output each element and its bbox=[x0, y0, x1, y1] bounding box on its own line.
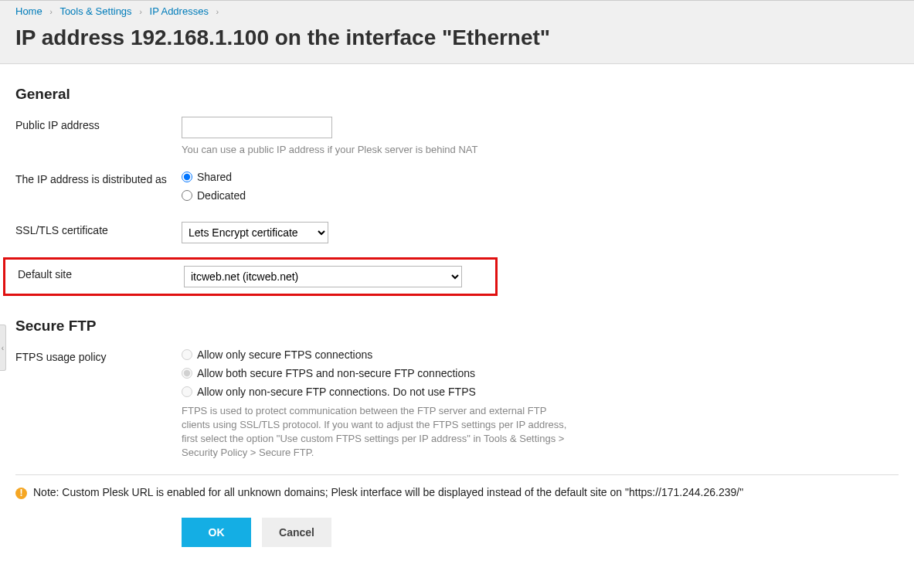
breadcrumb-home[interactable]: Home bbox=[15, 5, 42, 17]
page-title: IP address 192.168.1.100 on the interfac… bbox=[15, 25, 899, 51]
breadcrumb-tools-settings[interactable]: Tools & Settings bbox=[59, 5, 131, 17]
ssl-cert-select[interactable]: Lets Encrypt certificate bbox=[182, 222, 328, 243]
radio-shared-label: Shared bbox=[197, 171, 232, 183]
section-general-title: General bbox=[15, 86, 899, 103]
ftps-hint: FTPS is used to protect communication be… bbox=[182, 404, 568, 461]
chevron-left-icon: ‹ bbox=[2, 344, 4, 352]
highlight-default-site: Default site itcweb.net (itcweb.net) bbox=[3, 257, 498, 296]
radio-ftps-both[interactable]: Allow both secure FTPS and non-secure FT… bbox=[182, 367, 676, 379]
radio-shared[interactable]: Shared bbox=[182, 171, 676, 183]
radio-dedicated[interactable]: Dedicated bbox=[182, 189, 676, 202]
row-distributed-as: The IP address is distributed as Shared … bbox=[15, 171, 899, 208]
public-ip-hint: You can use a public IP address if your … bbox=[182, 143, 676, 157]
chevron-right-icon: › bbox=[212, 7, 224, 16]
chevron-right-icon: › bbox=[134, 7, 147, 16]
radio-ftps-secure-only-label: Allow only secure FTPS connections bbox=[197, 348, 372, 361]
radio-ftps-secure-only-input[interactable] bbox=[182, 349, 192, 360]
page-header: Home › Tools & Settings › IP Addresses ›… bbox=[0, 0, 914, 64]
distributed-label: The IP address is distributed as bbox=[15, 171, 182, 185]
radio-shared-input[interactable] bbox=[182, 172, 192, 182]
warning-icon: ! bbox=[15, 488, 27, 499]
radio-ftps-secure-only[interactable]: Allow only secure FTPS connections bbox=[182, 348, 676, 361]
row-ssl-cert: SSL/TLS certificate Lets Encrypt certifi… bbox=[15, 222, 899, 243]
ftps-policy-label: FTPS usage policy bbox=[15, 348, 182, 363]
content-area: General Public IP address You can use a … bbox=[0, 64, 914, 563]
radio-dedicated-label: Dedicated bbox=[197, 189, 246, 202]
radio-ftps-nonsecure-only-input[interactable] bbox=[182, 386, 192, 397]
row-ftps-policy: FTPS usage policy Allow only secure FTPS… bbox=[15, 348, 899, 461]
cancel-button[interactable]: Cancel bbox=[262, 518, 331, 547]
radio-ftps-nonsecure-only[interactable]: Allow only non-secure FTP connections. D… bbox=[182, 386, 676, 398]
radio-dedicated-input[interactable] bbox=[182, 190, 192, 201]
section-secure-ftp-title: Secure FTP bbox=[15, 318, 899, 335]
button-row: OK Cancel bbox=[15, 518, 899, 547]
public-ip-label: Public IP address bbox=[15, 117, 182, 131]
note-text: Note: Custom Plesk URL is enabled for al… bbox=[33, 486, 743, 498]
default-site-label: Default site bbox=[18, 266, 184, 280]
breadcrumb-ip-addresses[interactable]: IP Addresses bbox=[150, 5, 209, 17]
chevron-right-icon: › bbox=[45, 7, 57, 16]
public-ip-input[interactable] bbox=[182, 117, 332, 138]
radio-ftps-nonsecure-only-label: Allow only non-secure FTP connections. D… bbox=[197, 386, 476, 398]
radio-ftps-both-label: Allow both secure FTPS and non-secure FT… bbox=[197, 367, 475, 379]
ssl-cert-label: SSL/TLS certificate bbox=[15, 222, 182, 236]
breadcrumb: Home › Tools & Settings › IP Addresses › bbox=[15, 4, 899, 25]
default-site-select[interactable]: itcweb.net (itcweb.net) bbox=[184, 266, 462, 287]
ok-button[interactable]: OK bbox=[182, 518, 251, 547]
note-row: ! Note: Custom Plesk URL is enabled for … bbox=[15, 486, 899, 499]
row-public-ip: Public IP address You can use a public I… bbox=[15, 117, 899, 157]
row-default-site: Default site itcweb.net (itcweb.net) bbox=[18, 266, 492, 287]
left-collapse-tab[interactable]: ‹ bbox=[0, 325, 6, 371]
radio-ftps-both-input[interactable] bbox=[182, 368, 192, 379]
divider bbox=[15, 474, 899, 475]
